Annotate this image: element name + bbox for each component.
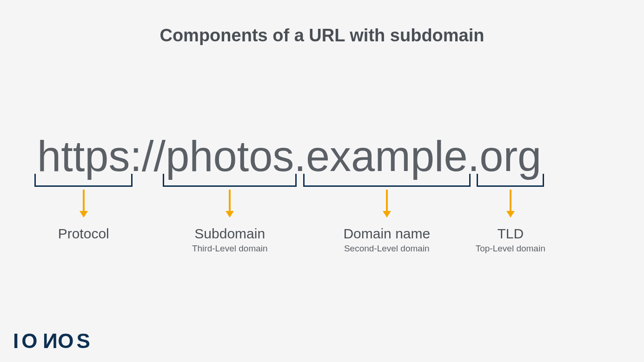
arrow-down-icon bbox=[510, 190, 511, 217]
annotation-label: TLD bbox=[459, 226, 562, 242]
arrow-down-icon bbox=[229, 190, 231, 217]
url-separator-scheme: :// bbox=[130, 132, 166, 181]
arrow-down-icon bbox=[83, 190, 85, 217]
annotation-label: Protocol bbox=[34, 226, 133, 242]
annotation-sublabel: Top-Level domain bbox=[459, 244, 562, 254]
bracket-icon bbox=[163, 174, 297, 187]
bracket-icon bbox=[34, 174, 133, 187]
annotation-domain: Domain name Second-Level domain bbox=[303, 174, 471, 254]
ionos-logo: IONOS bbox=[13, 329, 93, 353]
annotation-label: Subdomain bbox=[163, 226, 297, 242]
annotation-tld: TLD Top-Level domain bbox=[477, 174, 544, 254]
annotation-protocol: Protocol bbox=[34, 174, 133, 244]
bracket-icon bbox=[303, 174, 471, 187]
diagram-title: Components of a URL with subdomain bbox=[0, 26, 644, 46]
arrow-down-icon bbox=[386, 190, 388, 217]
annotation-sublabel: Second-Level domain bbox=[303, 244, 471, 254]
annotation-label: Domain name bbox=[303, 226, 471, 242]
annotation-sublabel: Third-Level domain bbox=[163, 244, 297, 254]
annotation-subdomain: Subdomain Third-Level domain bbox=[163, 174, 297, 254]
bracket-icon bbox=[477, 174, 544, 187]
